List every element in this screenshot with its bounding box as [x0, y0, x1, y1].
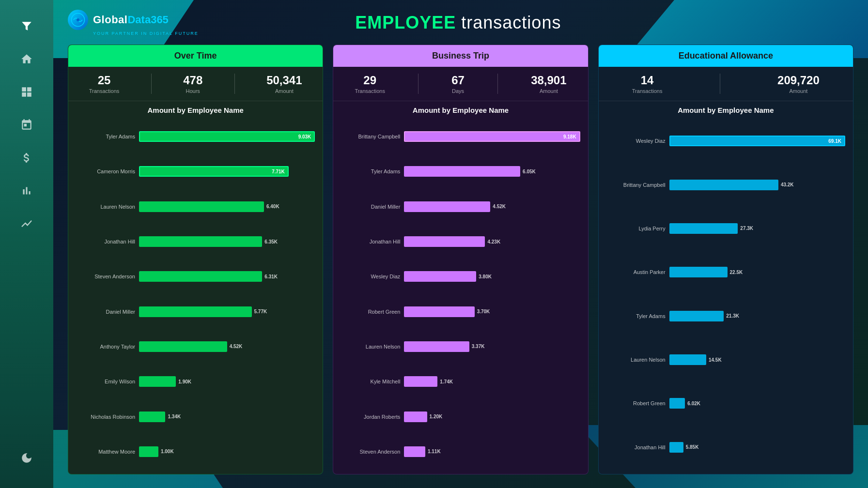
logo-subtext: YOUR PARTNER IN DIGITAL FUTURE	[93, 31, 199, 36]
main-content: Global Data 365 YOUR PARTNER IN DIGITAL …	[53, 0, 868, 488]
bar-fill	[404, 412, 427, 422]
business-header: Business Trip	[333, 45, 588, 67]
list-item: Cameron Morris7.71K	[76, 166, 315, 177]
bar-label: Wesley Diaz	[341, 274, 404, 279]
bar-fill	[404, 376, 437, 387]
bar-value-outside: 6.02K	[687, 401, 700, 406]
sidebar-item-dollar[interactable]	[16, 147, 37, 168]
bar-container: 4.52K	[404, 201, 580, 212]
bar-fill	[139, 201, 264, 212]
list-item: Steven Anderson1.11K	[341, 446, 580, 457]
list-item: Jordan Roberts1.20K	[341, 412, 580, 422]
bar-container: 6.35K	[139, 236, 315, 247]
bar-value: 7.71K	[272, 169, 285, 174]
bar-label: Lauren Nelson	[606, 357, 669, 363]
bar-value-outside: 3.80K	[479, 274, 492, 279]
bar-container: 5.77K	[139, 306, 315, 317]
bar-fill	[669, 267, 728, 277]
educational-amount-value: 209,720	[777, 74, 820, 87]
bar-label: Brittany Campbell	[606, 182, 669, 188]
overtime-amount-label: Amount	[266, 88, 302, 94]
list-item: Kyle Mitchell1.74K	[341, 376, 580, 387]
business-amount: 38,901 Amount	[531, 74, 566, 94]
bar-fill	[139, 412, 165, 422]
bar-value-outside: 1.20K	[430, 414, 443, 419]
bar-label: Steven Anderson	[76, 274, 139, 279]
bar-fill	[669, 311, 724, 321]
sidebar-item-bar-chart[interactable]	[16, 180, 37, 201]
sidebar-item-dark-mode[interactable]	[16, 447, 37, 469]
sidebar-item-calendar[interactable]	[16, 114, 37, 136]
list-item: Lydia Perry27.3K	[606, 223, 845, 234]
list-item: Anthony Taylor4.52K	[76, 341, 315, 352]
bar-value-outside: 6.31K	[264, 274, 278, 279]
bar-value-outside: 6.35K	[264, 239, 278, 244]
sidebar-item-line-chart[interactable]	[16, 213, 37, 234]
bar-value-outside: 5.77K	[254, 309, 267, 314]
bar-label: Matthew Moore	[76, 449, 139, 455]
educational-transactions-label: Transactions	[632, 88, 663, 94]
logo-text-global: Global	[93, 14, 127, 26]
business-card: Business Trip 29 Transactions 67 Days 38…	[333, 45, 588, 474]
bar-value: 9.18K	[563, 134, 576, 139]
bar-fill	[669, 223, 738, 234]
business-transactions-value: 29	[355, 74, 385, 87]
bar-value-outside: 21.3K	[726, 313, 739, 319]
bar-container: 4.52K	[139, 341, 315, 352]
bar-label: Lauren Nelson	[341, 344, 404, 350]
list-item: Emily Wilson1.90K	[76, 376, 315, 387]
overtime-chart-title: Amount by Employee Name	[68, 101, 323, 117]
educational-transactions: 14 Transactions	[632, 74, 663, 94]
list-item: Lauren Nelson14.5K	[606, 354, 845, 365]
overtime-transactions-value: 25	[89, 74, 120, 87]
bar-fill	[139, 341, 227, 352]
educational-card: Educational Allowance 14 Transactions 20…	[598, 45, 853, 474]
bar-label: Daniel Miller	[341, 204, 404, 210]
educational-stats: 14 Transactions 209,720 Amount	[599, 67, 853, 101]
bar-container: 7.71K	[139, 166, 315, 177]
bar-label: Cameron Morris	[76, 168, 139, 174]
bar-label: Nicholas Robinson	[76, 414, 139, 420]
bar-fill: 9.03K	[139, 131, 315, 142]
business-stats: 29 Transactions 67 Days 38,901 Amount	[333, 67, 588, 101]
list-item: Robert Green3.70K	[341, 306, 580, 317]
bar-label: Jonathan Hill	[76, 239, 139, 244]
bar-container: 14.5K	[669, 354, 845, 365]
logo-text-data: Data	[127, 14, 151, 26]
overtime-bar-chart: Tyler Adams9.03KCameron Morris7.71KLaure…	[68, 117, 323, 474]
bar-value-outside: 6.40K	[266, 204, 279, 209]
bar-fill	[404, 201, 490, 212]
bar-container: 6.02K	[669, 398, 845, 409]
list-item: Tyler Adams21.3K	[606, 311, 845, 321]
bar-container: 3.70K	[404, 306, 580, 317]
sidebar-item-dashboard[interactable]	[16, 81, 37, 103]
bar-value: 69.1K	[828, 138, 841, 144]
business-days-label: Days	[451, 88, 465, 94]
bar-fill	[139, 376, 176, 387]
bar-value-outside: 5.85K	[686, 444, 699, 450]
list-item: Daniel Miller4.52K	[341, 201, 580, 212]
sidebar-item-filter[interactable]	[16, 15, 37, 37]
list-item: Brittany Campbell43.2K	[606, 180, 845, 190]
bar-value-outside: 4.52K	[230, 344, 243, 349]
bar-container: 27.3K	[669, 223, 845, 234]
business-amount-value: 38,901	[531, 74, 566, 87]
page-title: EMPLOYEE transactions	[199, 13, 718, 33]
bar-label: Austin Parker	[606, 269, 669, 275]
bar-container: 1.90K	[139, 376, 315, 387]
bar-fill	[404, 446, 425, 457]
bar-container: 1.34K	[139, 412, 315, 422]
bar-value-outside: 43.2K	[781, 182, 794, 187]
business-amount-label: Amount	[531, 88, 566, 94]
bar-container: 4.23K	[404, 236, 580, 247]
list-item: Jonathan Hill4.23K	[341, 236, 580, 247]
bar-container: 9.18K	[404, 131, 580, 142]
bar-label: Anthony Taylor	[76, 344, 139, 350]
bar-fill	[404, 236, 485, 247]
bar-fill	[404, 166, 520, 177]
bar-fill	[404, 306, 474, 317]
logo-text-365: 365	[151, 14, 169, 26]
sidebar-item-home[interactable]	[16, 48, 37, 70]
bar-fill	[139, 446, 158, 457]
list-item: Matthew Moore1.00K	[76, 446, 315, 457]
